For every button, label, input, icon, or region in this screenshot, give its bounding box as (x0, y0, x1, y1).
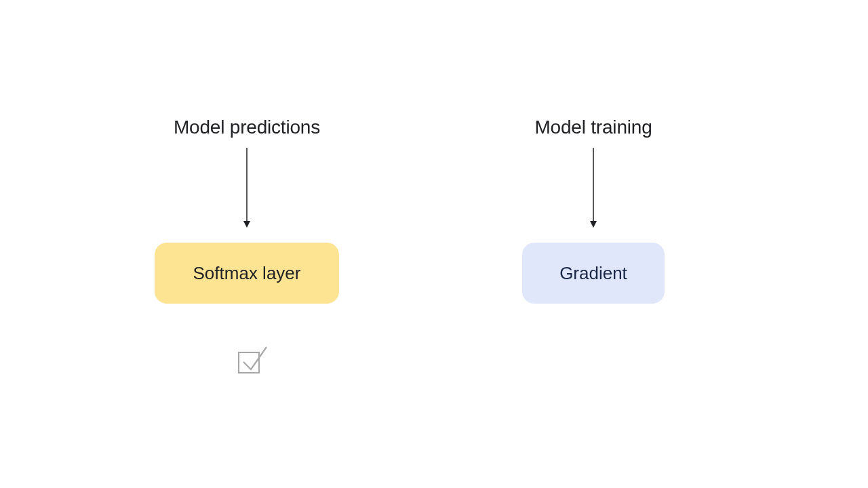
diagram-canvas: Model predictions Softmax layer Model tr… (0, 0, 868, 488)
heading-predictions: Model predictions (174, 117, 320, 138)
node-softmax-label: Softmax layer (193, 263, 301, 284)
node-gradient-label: Gradient (559, 263, 627, 284)
arrow-down-icon (588, 148, 599, 229)
arrow-down-icon (241, 148, 252, 229)
node-gradient: Gradient (522, 243, 665, 304)
checkmark-icon (233, 342, 273, 378)
column-predictions: Model predictions Softmax layer (155, 117, 339, 378)
node-softmax-layer: Softmax layer (155, 243, 339, 304)
column-training: Model training Gradient (522, 117, 665, 304)
heading-training: Model training (534, 117, 652, 138)
